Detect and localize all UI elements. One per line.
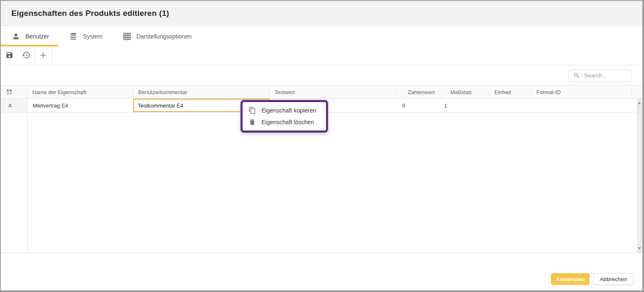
column-header-einheit[interactable]: Einheit [489, 86, 531, 98]
add-property-button[interactable] [35, 46, 52, 65]
column-header-format-id[interactable]: Format-ID [531, 86, 632, 98]
cell-format-id[interactable] [531, 99, 632, 112]
toolbar-separator [52, 46, 52, 65]
menu-item-delete-property[interactable]: Eigenschaft löschen [243, 116, 326, 128]
tab-darstellungsoptionen[interactable]: Darstellungsoptionen [112, 26, 201, 46]
column-header-filler [632, 86, 642, 98]
column-header-handle[interactable] [1, 86, 27, 98]
history-icon [22, 51, 31, 61]
copy-icon [248, 107, 256, 114]
apply-button[interactable]: Anwenden [551, 273, 590, 285]
tab-system[interactable]: System [58, 26, 112, 46]
tab-label: Benutzer [26, 33, 49, 40]
column-header-massstab[interactable]: Maßstab [439, 86, 489, 98]
person-icon [12, 32, 20, 41]
tab-bar: Benutzer System Darstellungsoptionen [1, 26, 642, 46]
table-header-row: Name der Eigenschaft Benutzerkommentar T… [1, 86, 642, 99]
grid-icon [123, 32, 131, 41]
search-input[interactable] [583, 72, 625, 79]
tab-label: System [83, 33, 103, 40]
database-icon [69, 32, 78, 41]
menu-item-copy-property[interactable]: Eigenschaft kopieren [243, 105, 326, 116]
title-bar: Eigenschaften des Produkts editieren (1) [1, 1, 642, 26]
row-number-column-divider [27, 99, 28, 253]
cell-zahlenwert[interactable]: 0 [397, 99, 439, 112]
row-index-cell: 4 [1, 99, 27, 112]
cell-einheit[interactable] [489, 99, 531, 112]
cell-name[interactable]: Mietvertrag E4 [27, 99, 133, 112]
cell-massstab[interactable]: 1 [439, 99, 489, 112]
plus-icon [39, 51, 47, 61]
vertical-scrollbar[interactable] [637, 99, 642, 253]
menu-item-label: Eigenschaft löschen [261, 119, 314, 126]
context-menu: Eigenschaft kopieren Eigenschaft löschen [241, 100, 328, 133]
scroll-down-icon[interactable] [638, 247, 641, 250]
trash-icon [248, 118, 256, 126]
search-icon [573, 72, 580, 79]
search-box[interactable] [569, 69, 631, 82]
column-header-name[interactable]: Name der Eigenschaft [27, 86, 133, 98]
history-button[interactable] [18, 46, 34, 65]
row-handle-icon [7, 90, 9, 92]
dialog-footer: Anwenden Abbrechen [1, 253, 642, 290]
save-icon [5, 51, 13, 60]
tab-label: Darstellungsoptionen [137, 33, 192, 40]
column-header-textwert[interactable]: Textwert [269, 86, 397, 98]
search-row [1, 65, 642, 85]
column-header-benutzerkommentar[interactable]: Benutzerkommentar [133, 86, 269, 98]
dialog-title: Eigenschaften des Produkts editieren (1) [1, 9, 169, 18]
column-header-zahlenwert[interactable]: Zahlenwert [397, 86, 439, 98]
menu-item-label: Eigenschaft kopieren [261, 107, 316, 114]
toolbar [1, 46, 642, 65]
scroll-up-icon[interactable] [638, 102, 641, 104]
dialog-window: Eigenschaften des Produkts editieren (1)… [0, 0, 644, 292]
save-button[interactable] [1, 46, 18, 65]
tab-benutzer[interactable]: Benutzer [1, 26, 58, 46]
cancel-button[interactable]: Abbrechen [593, 273, 634, 285]
properties-table: Name der Eigenschaft Benutzerkommentar T… [1, 85, 642, 253]
